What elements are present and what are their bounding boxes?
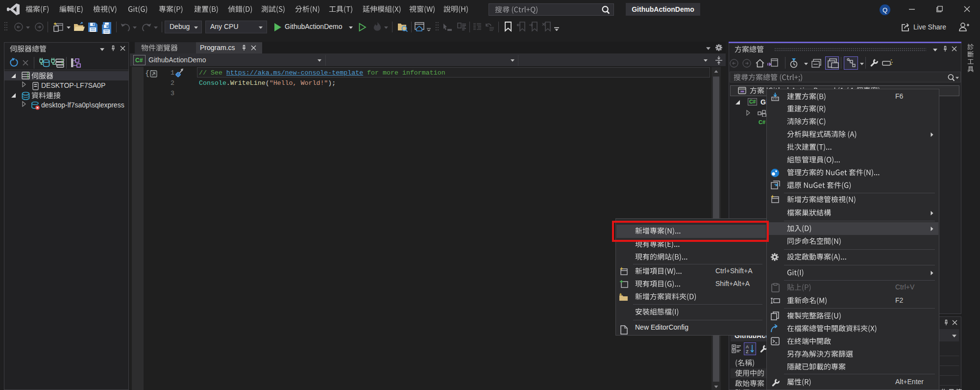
- svg-text:A: A: [746, 344, 749, 349]
- svg-text:Z: Z: [746, 349, 749, 354]
- svg-text:Q: Q: [882, 6, 887, 14]
